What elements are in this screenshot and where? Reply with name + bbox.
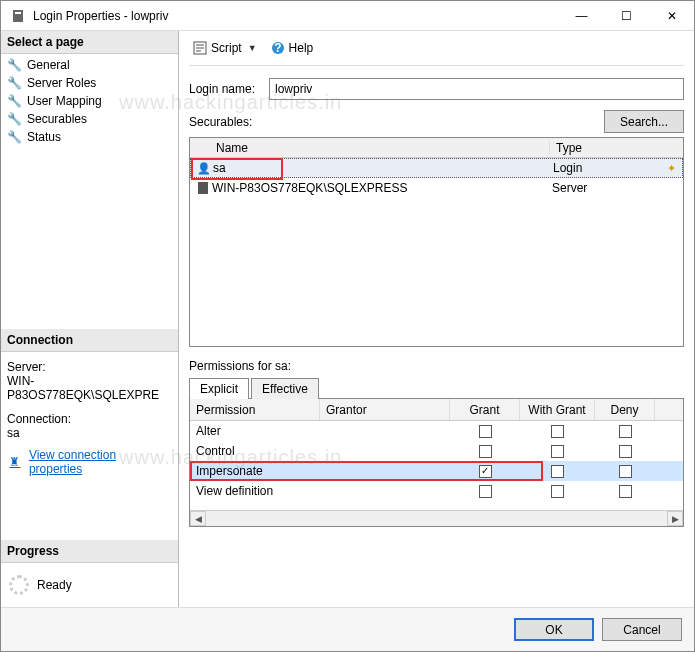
dialog-window: Login Properties - lowpriv — ☐ ✕ Select … <box>0 0 695 652</box>
progress-header: Progress <box>1 540 178 563</box>
connection-label: Connection: <box>7 412 172 426</box>
col-grantor[interactable]: Grantor <box>320 399 450 420</box>
login-icon: 👤 <box>195 162 213 175</box>
select-page-header: Select a page <box>1 31 178 54</box>
scroll-left-icon[interactable]: ◀ <box>190 511 206 526</box>
permissions-label: Permissions for sa: <box>189 359 684 373</box>
chevron-down-icon: ▼ <box>248 43 257 53</box>
perm-row-alter[interactable]: Alter <box>190 421 683 441</box>
dialog-footer: OK Cancel <box>1 607 694 651</box>
page-server-roles[interactable]: 🔧Server Roles <box>1 74 178 92</box>
server-value: WIN-P83OS778EQK\SQLEXPRE <box>7 374 172 402</box>
ok-button[interactable]: OK <box>514 618 594 641</box>
wrench-icon: 🔧 <box>7 94 21 108</box>
app-icon <box>9 7 27 25</box>
securable-row-server[interactable]: WIN-P83OS778EQK\SQLEXPRESS Server <box>190 178 683 198</box>
securables-header: Name Type <box>190 138 683 158</box>
grant-checkbox[interactable] <box>479 485 492 498</box>
sidebar: Select a page 🔧General 🔧Server Roles 🔧Us… <box>1 31 179 607</box>
withgrant-checkbox[interactable] <box>551 465 564 478</box>
scroll-right-icon[interactable]: ▶ <box>667 511 683 526</box>
grant-checkbox[interactable] <box>479 445 492 458</box>
col-permission[interactable]: Permission <box>190 399 320 420</box>
help-button[interactable]: ? Help <box>267 39 318 57</box>
wrench-icon: 🔧 <box>7 76 21 90</box>
page-status[interactable]: 🔧Status <box>1 128 178 146</box>
script-button[interactable]: Script ▼ <box>189 39 261 57</box>
deny-checkbox[interactable] <box>619 445 632 458</box>
connection-value: sa <box>7 426 172 440</box>
cancel-button[interactable]: Cancel <box>602 618 682 641</box>
help-icon: ? <box>271 41 285 55</box>
wrench-icon: 🔧 <box>7 130 21 144</box>
progress-block: Ready <box>1 563 178 607</box>
page-list: 🔧General 🔧Server Roles 🔧User Mapping 🔧Se… <box>1 54 178 148</box>
permissions-tabs: Explicit Effective <box>189 377 684 399</box>
svg-rect-1 <box>15 12 21 14</box>
securable-row-sa[interactable]: 👤 sa Login ✦ <box>190 158 683 178</box>
scroll-track[interactable] <box>206 511 667 526</box>
close-button[interactable]: ✕ <box>649 1 694 30</box>
properties-icon: ♜ <box>7 454 23 470</box>
perm-row-control[interactable]: Control <box>190 441 683 461</box>
deny-checkbox[interactable] <box>619 485 632 498</box>
progress-status: Ready <box>37 578 72 592</box>
progress-spinner-icon <box>9 575 29 595</box>
tab-effective[interactable]: Effective <box>251 378 319 399</box>
svg-rect-0 <box>13 10 23 22</box>
view-connection-properties-link[interactable]: ♜ View connection properties <box>7 448 172 476</box>
connection-info: Server: WIN-P83OS778EQK\SQLEXPRE Connect… <box>1 352 178 541</box>
minimize-button[interactable]: — <box>559 1 604 30</box>
login-name-label: Login name: <box>189 82 259 96</box>
toolbar: Script ▼ ? Help <box>189 39 684 66</box>
withgrant-checkbox[interactable] <box>551 485 564 498</box>
col-grant[interactable]: Grant <box>450 399 520 420</box>
col-name[interactable]: Name <box>190 141 550 155</box>
withgrant-checkbox[interactable] <box>551 425 564 438</box>
col-deny[interactable]: Deny <box>595 399 655 420</box>
withgrant-checkbox[interactable] <box>551 445 564 458</box>
grant-checkbox[interactable]: ✓ <box>479 465 492 478</box>
page-general[interactable]: 🔧General <box>1 56 178 74</box>
title-bar: Login Properties - lowpriv — ☐ ✕ <box>1 1 694 31</box>
permissions-table: Permission Grantor Grant With Grant Deny… <box>189 399 684 527</box>
wrench-icon: 🔧 <box>7 58 21 72</box>
page-securables[interactable]: 🔧Securables <box>1 110 178 128</box>
tab-explicit[interactable]: Explicit <box>189 378 249 399</box>
grant-checkbox[interactable] <box>479 425 492 438</box>
col-withgrant[interactable]: With Grant <box>520 399 595 420</box>
wrench-icon: 🔧 <box>7 112 21 126</box>
content-panel: www.hackingarticles.in www.hackingarticl… <box>179 31 694 607</box>
page-user-mapping[interactable]: 🔧User Mapping <box>1 92 178 110</box>
svg-text:?: ? <box>274 41 281 55</box>
maximize-button[interactable]: ☐ <box>604 1 649 30</box>
connection-header: Connection <box>1 329 178 352</box>
window-title: Login Properties - lowpriv <box>33 9 559 23</box>
deny-checkbox[interactable] <box>619 425 632 438</box>
deny-checkbox[interactable] <box>619 465 632 478</box>
permissions-header: Permission Grantor Grant With Grant Deny <box>190 399 683 421</box>
securables-label: Securables: <box>189 115 252 129</box>
search-button[interactable]: Search... <box>604 110 684 133</box>
horizontal-scrollbar[interactable]: ◀ ▶ <box>190 510 683 526</box>
server-label: Server: <box>7 360 172 374</box>
sparkle-icon: ✦ <box>667 162 676 175</box>
perm-row-viewdef[interactable]: View definition <box>190 481 683 501</box>
col-type[interactable]: Type <box>550 141 683 155</box>
securables-list: Name Type 👤 sa Login ✦ WIN-P83OS778EQK\S… <box>189 137 684 347</box>
login-name-input[interactable] <box>269 78 684 100</box>
perm-row-impersonate[interactable]: Impersonate ✓ <box>190 461 683 481</box>
script-icon <box>193 41 207 55</box>
server-icon <box>194 182 212 194</box>
